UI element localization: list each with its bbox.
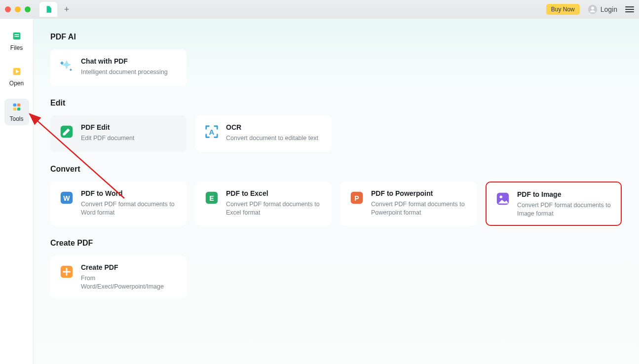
nav-files-label: Files xyxy=(10,44,23,51)
card-title: OCR xyxy=(226,123,318,131)
minimize-window-button[interactable] xyxy=(15,6,21,12)
create-pdf-icon xyxy=(59,264,74,279)
card-title: Create PDF xyxy=(81,263,178,271)
maximize-window-button[interactable] xyxy=(25,6,31,12)
card-desc: Convert PDF format documents to Image fo… xyxy=(517,201,612,218)
svg-text:E: E xyxy=(209,194,214,202)
app-tab-home[interactable] xyxy=(39,2,57,17)
excel-icon: E xyxy=(204,190,219,205)
card-desc: Convert PDF format documents to Word for… xyxy=(81,200,178,217)
card-create-pdf[interactable]: Create PDF From Word/Execl/Powerpoint/Im… xyxy=(50,255,187,298)
svg-text:W: W xyxy=(63,194,70,202)
menu-button[interactable] xyxy=(625,6,634,12)
pdf-edit-icon xyxy=(59,124,74,139)
svg-rect-10 xyxy=(17,108,20,110)
buy-now-button[interactable]: Buy Now xyxy=(546,4,580,15)
app-logo-icon xyxy=(44,5,53,14)
main-content: PDF AI Chat with PDF Intelligent documen… xyxy=(34,19,639,364)
card-desc: From Word/Execl/Powerpoint/Image xyxy=(81,274,178,291)
close-window-button[interactable] xyxy=(5,6,11,12)
titlebar: + Buy Now Login xyxy=(0,0,639,19)
section-title-convert: Convert xyxy=(50,165,639,174)
tools-icon xyxy=(11,102,22,112)
card-title: PDF to Image xyxy=(517,190,612,198)
nav-open[interactable]: Open xyxy=(4,63,29,90)
card-title: PDF to Word xyxy=(81,189,178,197)
section-title-pdf-ai: PDF AI xyxy=(50,33,639,41)
card-pdf-edit[interactable]: PDF Edit Edit PDF document xyxy=(50,115,187,152)
ocr-icon: A xyxy=(204,124,219,139)
user-icon xyxy=(588,4,598,14)
card-desc: Convert PDF format documents to Excel fo… xyxy=(226,200,323,217)
svg-text:P: P xyxy=(354,194,359,202)
nav-tools-label: Tools xyxy=(9,115,23,122)
nav-open-label: Open xyxy=(9,80,24,87)
left-nav: Files Open Tools xyxy=(0,19,34,364)
svg-rect-8 xyxy=(17,104,20,107)
login-label: Login xyxy=(601,5,617,13)
card-title: PDF to Excel xyxy=(226,189,323,197)
card-desc: Intelligent document processing xyxy=(81,68,168,76)
nav-tools[interactable]: Tools xyxy=(4,99,29,125)
card-title: PDF to Powerpoint xyxy=(371,189,468,197)
files-icon xyxy=(11,31,22,41)
svg-text:A: A xyxy=(209,128,215,136)
svg-point-20 xyxy=(499,195,502,198)
card-pdf-to-powerpoint[interactable]: P PDF to Powerpoint Convert PDF format d… xyxy=(340,182,477,226)
card-ocr[interactable]: A OCR Convert document to editable text xyxy=(195,115,332,152)
section-title-edit: Edit xyxy=(50,99,639,108)
svg-rect-3 xyxy=(14,34,19,35)
ai-sparkle-icon xyxy=(59,58,74,73)
card-title: Chat with PDF xyxy=(81,57,168,65)
image-icon xyxy=(495,191,510,206)
svg-rect-7 xyxy=(13,104,16,107)
card-chat-with-pdf[interactable]: Chat with PDF Intelligent document proce… xyxy=(50,49,187,86)
open-icon xyxy=(11,66,22,77)
card-desc: Convert PDF format documents to Powerpoi… xyxy=(371,200,468,217)
window-controls xyxy=(5,6,31,12)
svg-rect-4 xyxy=(14,36,19,37)
nav-files[interactable]: Files xyxy=(4,28,29,54)
card-desc: Convert document to editable text xyxy=(226,134,318,143)
card-pdf-to-image[interactable]: PDF to Image Convert PDF format document… xyxy=(486,182,622,226)
card-pdf-to-word[interactable]: W PDF to Word Convert PDF format documen… xyxy=(50,182,187,226)
card-title: PDF Edit xyxy=(81,123,134,131)
svg-rect-9 xyxy=(13,108,16,110)
word-icon: W xyxy=(59,190,74,205)
card-desc: Edit PDF document xyxy=(81,134,134,143)
section-title-create: Create PDF xyxy=(50,239,639,248)
new-tab-button[interactable]: + xyxy=(59,2,74,17)
svg-point-1 xyxy=(591,7,594,10)
powerpoint-icon: P xyxy=(349,190,364,205)
card-pdf-to-excel[interactable]: E PDF to Excel Convert PDF format docume… xyxy=(195,182,332,226)
login-button[interactable]: Login xyxy=(588,4,617,14)
